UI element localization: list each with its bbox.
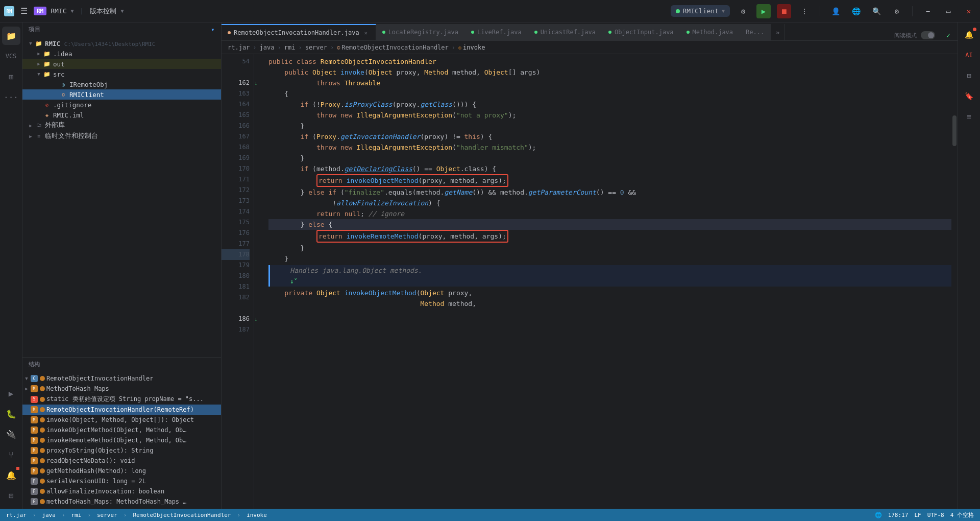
run-config-name: RMIClient — [683, 7, 719, 15]
maximize-btn[interactable]: ▭ — [941, 4, 955, 18]
breadcrumb-server[interactable]: server — [305, 44, 327, 51]
struct-method-hash-maps[interactable]: F methodToHash_Maps: MethodToHash_Maps =… — [22, 496, 221, 507]
minimize-btn[interactable]: − — [921, 4, 935, 18]
struct-serial[interactable]: F serialVersionUID: long = 2L — [22, 476, 221, 486]
tree-item-src[interactable]: ▼ 📁 src — [22, 69, 221, 79]
status-encoding[interactable]: UTF-8 — [925, 512, 946, 518]
tree-item-idea[interactable]: ▶ 📁 .idea — [22, 49, 221, 59]
tab-unicastref[interactable]: UnicastRef.java — [528, 24, 602, 40]
activity-terminal[interactable]: ⊟ — [2, 486, 20, 505]
hamburger-menu[interactable]: ☰ — [18, 4, 30, 18]
status-planet[interactable]: 🌐 — [873, 512, 884, 518]
tree-item-rmiclient[interactable]: © RMIClient — [22, 89, 221, 100]
tab-label-remote: RemoteObjectInvocationHandler.java — [234, 29, 359, 36]
close-btn[interactable]: ✕ — [962, 4, 976, 18]
code-content[interactable]: public class RemoteObjectInvocationHandl… — [264, 54, 951, 509]
editor[interactable]: 54 162 163 164 165 166 167 168 169 170 1… — [222, 54, 958, 509]
tab-close-remote[interactable]: ✕ — [362, 29, 370, 36]
tab-re[interactable]: Re... — [740, 24, 771, 40]
right-notifications[interactable]: 🔔 — [961, 27, 977, 43]
sidebar-header-dropdown[interactable]: ▾ — [211, 26, 215, 33]
status-cursor[interactable]: 178:17 — [886, 512, 911, 518]
right-bookmark[interactable]: 🔖 — [961, 88, 977, 104]
struct-access-icon — [40, 376, 45, 381]
right-structure2[interactable]: ≡ — [961, 108, 977, 125]
profile-icon[interactable]: 👤 — [828, 4, 843, 18]
run-button[interactable]: ▶ — [756, 4, 771, 18]
breadcrumb-java[interactable]: java — [260, 44, 275, 51]
struct-constructor[interactable]: M RemoteObjectInvocationHandler(RemoteRe… — [22, 405, 221, 415]
struct-icon-hash-maps: F — [31, 498, 38, 505]
struct-method-hash[interactable]: ▶ M MethodToHash_Maps — [22, 384, 221, 394]
code-line-162: public Object invoke(Object proxy, Metho… — [268, 67, 951, 78]
project-name[interactable]: RMIC — [51, 7, 66, 15]
breadcrumb-class[interactable]: ©RemoteObjectInvocationHandler — [337, 44, 449, 51]
reading-mode-toggle[interactable] — [921, 31, 935, 39]
tab-liveref[interactable]: LiveRef.java — [465, 24, 528, 40]
struct-icon-invoke: M — [31, 416, 38, 423]
vcs-dropdown-icon[interactable]: ▼ — [120, 8, 124, 14]
tab-dot-remote — [228, 31, 231, 34]
tree-item-temp[interactable]: ▶ ≡ 临时文件和控制台 — [22, 131, 221, 141]
tab-remote-handler[interactable]: RemoteObjectInvocationHandler.java ✕ — [222, 24, 376, 40]
status-server[interactable]: server — [95, 512, 119, 518]
breadcrumb-rtjar[interactable]: rt.jar — [228, 44, 250, 51]
breadcrumb-invoke[interactable]: ⊙invoke — [458, 44, 485, 51]
build-button[interactable]: ⚙ — [736, 4, 750, 18]
struct-invoke-obj[interactable]: M invokeObjectMethod(Object, Method, Obj… — [22, 425, 221, 435]
right-plugins[interactable]: ⊞ — [961, 67, 977, 84]
status-java[interactable]: java — [40, 512, 58, 518]
tab-dot-objinput — [608, 31, 611, 34]
status-lf[interactable]: LF — [912, 512, 923, 518]
struct-allow-finalize[interactable]: F allowFinalizeInvocation: boolean — [22, 486, 221, 496]
activity-vcs[interactable]: VCS — [2, 47, 20, 65]
tree-item-out[interactable]: ▶ 📁 out — [22, 59, 221, 69]
struct-invoke[interactable]: M invoke(Object, Method, Object[]): Obje… — [22, 415, 221, 425]
more-actions[interactable]: ⋮ — [797, 4, 812, 18]
struct-invoke-remote[interactable]: M invokeRemoteMethod(Object, Method, Obj… — [22, 435, 221, 445]
file-icon-rmiclient: © — [59, 90, 67, 99]
tab-locate-registry[interactable]: LocateRegistry.java — [376, 24, 465, 40]
struct-proxy-tostring[interactable]: M proxyToString(Object): String — [22, 445, 221, 456]
activity-plugins[interactable]: 🔌 — [2, 425, 20, 443]
tabs-more-btn[interactable]: » — [771, 24, 785, 40]
run-config-dropdown[interactable]: ▼ — [722, 8, 725, 14]
status-invoke[interactable]: invoke — [244, 512, 269, 518]
tree-item-rmic[interactable]: ▼ 📁 RMIC C:\Users\14341\Desktop\RMIC — [22, 38, 221, 49]
translate-icon[interactable]: 🌐 — [849, 4, 863, 18]
activity-debug[interactable]: 🐛 — [2, 405, 20, 423]
folder-icon-extlibs: 🗂 — [35, 122, 43, 130]
activity-git[interactable]: ⑂ — [2, 445, 20, 464]
status-rmi[interactable]: rmi — [69, 512, 84, 518]
project-dropdown-icon[interactable]: ▼ — [71, 8, 74, 14]
scrollbar[interactable] — [951, 54, 958, 509]
struct-class-root[interactable]: ▼ C RemoteObjectInvocationHandler — [22, 373, 221, 384]
activity-structure[interactable]: ⊞ — [2, 67, 20, 86]
tab-method[interactable]: Method.java — [680, 24, 740, 40]
tree-item-iremoteobj[interactable]: ◎ IRemoteObj — [22, 79, 221, 89]
status-indent[interactable]: 4 个空格 — [948, 511, 976, 519]
activity-files[interactable]: 📁 — [2, 27, 20, 45]
tree-item-gitignore[interactable]: ⊘ .gitignore — [22, 100, 221, 110]
checkmark-icon[interactable]: ✓ — [943, 30, 953, 40]
struct-read-obj[interactable]: M readObjectNoData(): void — [22, 456, 221, 466]
activity-run[interactable]: ▶ — [2, 384, 20, 402]
settings-icon[interactable]: ⚙ — [890, 4, 904, 18]
struct-get-hash[interactable]: M getMethodHash(Method): long — [22, 466, 221, 476]
status-rtjar[interactable]: rt.jar — [4, 512, 29, 518]
scrollbar-thumb[interactable] — [952, 115, 957, 146]
right-ai[interactable]: AI — [961, 47, 977, 63]
vcs-label[interactable]: 版本控制 — [90, 7, 116, 16]
search-everywhere[interactable]: 🔍 — [869, 4, 884, 18]
tree-item-extlibs[interactable]: ▶ 🗂 外部库 — [22, 120, 221, 131]
run-config[interactable]: RMIClient ▼ — [671, 5, 730, 17]
breadcrumb-rmi[interactable]: rmi — [284, 44, 296, 51]
stop-button[interactable]: ⏹ — [777, 4, 791, 18]
status-sep-2: › — [62, 512, 65, 518]
tab-objectinput[interactable]: ObjectInput.java — [602, 24, 680, 40]
tree-item-iml[interactable]: ◈ RMIC.iml — [22, 110, 221, 120]
activity-more[interactable]: ··· — [2, 88, 20, 106]
activity-notifications[interactable]: 🔔 — [2, 466, 20, 484]
struct-static-init[interactable]: S static 类初始值设定项 String propName = "s... — [22, 394, 221, 405]
status-class[interactable]: RemoteObjectInvocationHandler — [131, 512, 233, 518]
